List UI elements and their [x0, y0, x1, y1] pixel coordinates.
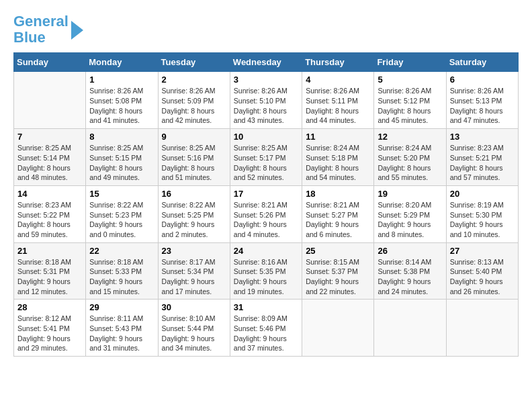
calendar-cell: 5Sunrise: 8:26 AMSunset: 5:12 PMDaylight… — [374, 72, 446, 129]
calendar-cell: 12Sunrise: 8:24 AMSunset: 5:20 PMDayligh… — [374, 129, 446, 186]
day-number: 9 — [162, 132, 226, 142]
header-day-thursday: Thursday — [302, 53, 374, 72]
day-number: 3 — [234, 75, 298, 85]
calendar-cell: 18Sunrise: 8:21 AMSunset: 5:27 PMDayligh… — [302, 185, 374, 242]
page-header: General Blue — [13, 13, 519, 46]
day-detail: Sunrise: 8:21 AMSunset: 5:27 PMDaylight:… — [306, 200, 370, 240]
day-detail: Sunrise: 8:22 AMSunset: 5:23 PMDaylight:… — [89, 200, 154, 240]
day-detail: Sunrise: 8:26 AMSunset: 5:09 PMDaylight:… — [162, 86, 226, 126]
calendar-cell: 11Sunrise: 8:24 AMSunset: 5:18 PMDayligh… — [302, 129, 374, 186]
week-row-1: 1Sunrise: 8:26 AMSunset: 5:08 PMDaylight… — [14, 72, 519, 129]
calendar-cell: 16Sunrise: 8:22 AMSunset: 5:25 PMDayligh… — [158, 185, 230, 242]
day-detail: Sunrise: 8:11 AMSunset: 5:43 PMDaylight:… — [89, 314, 154, 353]
header-day-tuesday: Tuesday — [158, 53, 230, 72]
day-number: 20 — [450, 189, 515, 199]
calendar-cell: 26Sunrise: 8:14 AMSunset: 5:38 PMDayligh… — [374, 242, 446, 300]
calendar-cell: 9Sunrise: 8:25 AMSunset: 5:16 PMDaylight… — [158, 129, 230, 186]
day-number: 17 — [234, 189, 298, 199]
header-day-saturday: Saturday — [446, 53, 518, 72]
calendar-cell: 23Sunrise: 8:17 AMSunset: 5:34 PMDayligh… — [158, 242, 230, 300]
calendar-cell: 6Sunrise: 8:26 AMSunset: 5:13 PMDaylight… — [446, 72, 518, 129]
day-number: 19 — [378, 189, 442, 199]
day-detail: Sunrise: 8:25 AMSunset: 5:15 PMDaylight:… — [89, 143, 154, 183]
calendar-cell: 14Sunrise: 8:23 AMSunset: 5:22 PMDayligh… — [14, 185, 86, 242]
day-detail: Sunrise: 8:25 AMSunset: 5:16 PMDaylight:… — [162, 143, 226, 183]
calendar-cell: 8Sunrise: 8:25 AMSunset: 5:15 PMDaylight… — [86, 129, 158, 186]
day-number: 1 — [89, 75, 154, 85]
logo-blue: Blue — [13, 29, 46, 46]
calendar-cell: 17Sunrise: 8:21 AMSunset: 5:26 PMDayligh… — [230, 185, 302, 242]
day-detail: Sunrise: 8:26 AMSunset: 5:12 PMDaylight:… — [378, 86, 442, 126]
header-day-wednesday: Wednesday — [230, 53, 302, 72]
day-number: 14 — [17, 189, 82, 199]
day-number: 31 — [234, 302, 298, 312]
day-number: 22 — [89, 246, 154, 256]
day-detail: Sunrise: 8:23 AMSunset: 5:21 PMDaylight:… — [450, 143, 515, 183]
week-row-5: 28Sunrise: 8:12 AMSunset: 5:41 PMDayligh… — [14, 300, 519, 357]
day-number: 5 — [378, 75, 442, 85]
day-detail: Sunrise: 8:17 AMSunset: 5:34 PMDaylight:… — [162, 257, 226, 297]
day-detail: Sunrise: 8:26 AMSunset: 5:08 PMDaylight:… — [89, 86, 154, 126]
calendar-cell — [14, 72, 86, 129]
day-detail: Sunrise: 8:25 AMSunset: 5:14 PMDaylight:… — [17, 143, 82, 183]
day-number: 13 — [450, 132, 515, 142]
day-number: 4 — [306, 75, 370, 85]
day-number: 2 — [162, 75, 226, 85]
week-row-3: 14Sunrise: 8:23 AMSunset: 5:22 PMDayligh… — [14, 185, 519, 242]
day-number: 8 — [89, 132, 154, 142]
calendar-cell — [446, 300, 518, 357]
day-detail: Sunrise: 8:20 AMSunset: 5:29 PMDaylight:… — [378, 200, 442, 240]
day-number: 23 — [162, 246, 226, 256]
day-detail: Sunrise: 8:23 AMSunset: 5:22 PMDaylight:… — [17, 200, 82, 240]
calendar-cell — [374, 300, 446, 357]
calendar-cell: 7Sunrise: 8:25 AMSunset: 5:14 PMDaylight… — [14, 129, 86, 186]
day-detail: Sunrise: 8:16 AMSunset: 5:35 PMDaylight:… — [234, 257, 298, 297]
header-day-sunday: Sunday — [14, 53, 86, 72]
day-number: 12 — [378, 132, 442, 142]
day-number: 11 — [306, 132, 370, 142]
day-number: 21 — [17, 246, 82, 256]
calendar-cell: 4Sunrise: 8:26 AMSunset: 5:11 PMDaylight… — [302, 72, 374, 129]
week-row-2: 7Sunrise: 8:25 AMSunset: 5:14 PMDaylight… — [14, 129, 519, 186]
day-detail: Sunrise: 8:09 AMSunset: 5:46 PMDaylight:… — [234, 314, 298, 353]
calendar-cell — [302, 300, 374, 357]
calendar-cell: 15Sunrise: 8:22 AMSunset: 5:23 PMDayligh… — [86, 185, 158, 242]
day-detail: Sunrise: 8:12 AMSunset: 5:41 PMDaylight:… — [17, 314, 82, 353]
day-detail: Sunrise: 8:24 AMSunset: 5:20 PMDaylight:… — [378, 143, 442, 183]
day-number: 28 — [17, 302, 82, 312]
logo: General Blue — [13, 13, 83, 46]
calendar-cell: 24Sunrise: 8:16 AMSunset: 5:35 PMDayligh… — [230, 242, 302, 300]
day-number: 16 — [162, 189, 226, 199]
calendar-cell: 31Sunrise: 8:09 AMSunset: 5:46 PMDayligh… — [230, 300, 302, 357]
day-detail: Sunrise: 8:19 AMSunset: 5:30 PMDaylight:… — [450, 200, 515, 240]
logo-text: General Blue — [13, 13, 69, 46]
calendar-cell: 29Sunrise: 8:11 AMSunset: 5:43 PMDayligh… — [86, 300, 158, 357]
day-detail: Sunrise: 8:10 AMSunset: 5:44 PMDaylight:… — [162, 314, 226, 353]
day-detail: Sunrise: 8:26 AMSunset: 5:10 PMDaylight:… — [234, 86, 298, 126]
calendar-cell: 21Sunrise: 8:18 AMSunset: 5:31 PMDayligh… — [14, 242, 86, 300]
day-detail: Sunrise: 8:18 AMSunset: 5:33 PMDaylight:… — [89, 257, 154, 297]
day-detail: Sunrise: 8:14 AMSunset: 5:38 PMDaylight:… — [378, 257, 442, 297]
day-number: 18 — [306, 189, 370, 199]
day-number: 10 — [234, 132, 298, 142]
calendar-cell: 30Sunrise: 8:10 AMSunset: 5:44 PMDayligh… — [158, 300, 230, 357]
day-number: 7 — [17, 132, 82, 142]
day-detail: Sunrise: 8:26 AMSunset: 5:11 PMDaylight:… — [306, 86, 370, 126]
day-detail: Sunrise: 8:18 AMSunset: 5:31 PMDaylight:… — [17, 257, 82, 297]
day-number: 25 — [306, 246, 370, 256]
day-number: 29 — [89, 302, 154, 312]
logo-general: General — [13, 13, 69, 30]
day-number: 24 — [234, 246, 298, 256]
day-detail: Sunrise: 8:22 AMSunset: 5:25 PMDaylight:… — [162, 200, 226, 240]
day-detail: Sunrise: 8:13 AMSunset: 5:40 PMDaylight:… — [450, 257, 515, 297]
day-number: 26 — [378, 246, 442, 256]
day-number: 6 — [450, 75, 515, 85]
header-day-friday: Friday — [374, 53, 446, 72]
calendar-cell: 10Sunrise: 8:25 AMSunset: 5:17 PMDayligh… — [230, 129, 302, 186]
week-row-4: 21Sunrise: 8:18 AMSunset: 5:31 PMDayligh… — [14, 242, 519, 300]
day-detail: Sunrise: 8:26 AMSunset: 5:13 PMDaylight:… — [450, 86, 515, 126]
calendar-table: SundayMondayTuesdayWednesdayThursdayFrid… — [13, 52, 519, 357]
header-day-monday: Monday — [86, 53, 158, 72]
day-detail: Sunrise: 8:25 AMSunset: 5:17 PMDaylight:… — [234, 143, 298, 183]
calendar-cell: 22Sunrise: 8:18 AMSunset: 5:33 PMDayligh… — [86, 242, 158, 300]
